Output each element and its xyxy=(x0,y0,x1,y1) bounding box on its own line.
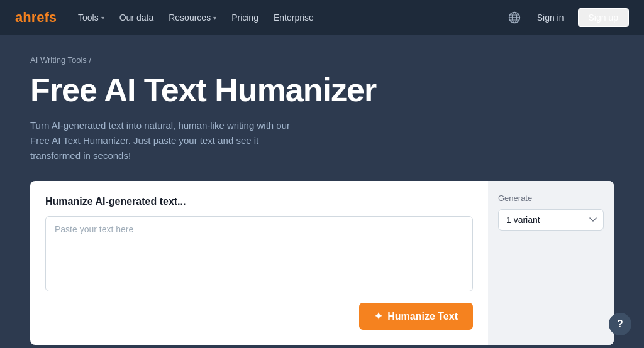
globe-icon[interactable] xyxy=(506,9,523,26)
nav-enterprise-label: Enterprise xyxy=(274,13,314,23)
tool-card-label: Humanize AI-generated text... xyxy=(45,196,473,207)
humanize-btn-label: Humanize Text xyxy=(387,311,458,322)
nav-item-pricing[interactable]: Pricing xyxy=(225,9,265,26)
nav-tools-label: Tools xyxy=(78,13,99,23)
tool-card: Humanize AI-generated text... ✦ Humanize… xyxy=(30,181,614,345)
brand-logo[interactable]: ahrefs xyxy=(15,9,57,26)
nav-item-resources[interactable]: Resources ▾ xyxy=(162,9,223,26)
nav-item-tools[interactable]: Tools ▾ xyxy=(72,9,111,26)
navbar: ahrefs Tools ▾ Our data Resources ▾ Pric… xyxy=(0,0,644,35)
nav-item-enterprise[interactable]: Enterprise xyxy=(267,9,320,26)
nav-links: Tools ▾ Our data Resources ▾ Pricing Ent… xyxy=(72,9,501,26)
nav-item-ourdata[interactable]: Our data xyxy=(113,9,160,26)
generate-label: Generate xyxy=(498,193,604,203)
page-description: Turn AI-generated text into natural, hum… xyxy=(30,118,294,163)
nav-pricing-label: Pricing xyxy=(231,13,258,23)
text-input[interactable] xyxy=(45,216,473,291)
sign-in-button[interactable]: Sign in xyxy=(531,9,570,26)
main-content: AI Writing Tools / Free AI Text Humanize… xyxy=(0,35,644,348)
sparkle-icon: ✦ xyxy=(374,310,382,322)
tool-card-left: Humanize AI-generated text... ✦ Humanize… xyxy=(30,181,488,345)
help-button[interactable]: ? xyxy=(609,313,631,335)
page-title: Free AI Text Humanizer xyxy=(30,72,614,108)
nav-right: Sign in Sign up xyxy=(506,8,629,27)
logo-accent: a xyxy=(15,9,23,25)
sign-up-button[interactable]: Sign up xyxy=(578,8,629,27)
chevron-down-icon: ▾ xyxy=(101,14,104,21)
tool-card-right: Generate 1 variant 2 variants 3 variants xyxy=(488,181,614,345)
variant-select[interactable]: 1 variant 2 variants 3 variants xyxy=(498,209,604,231)
breadcrumb: AI Writing Tools / xyxy=(30,55,614,65)
nav-ourdata-label: Our data xyxy=(119,13,153,23)
nav-resources-label: Resources xyxy=(169,13,211,23)
logo-text: hrefs xyxy=(23,9,57,25)
chevron-down-icon: ▾ xyxy=(213,14,216,21)
humanize-button[interactable]: ✦ Humanize Text xyxy=(359,303,473,330)
